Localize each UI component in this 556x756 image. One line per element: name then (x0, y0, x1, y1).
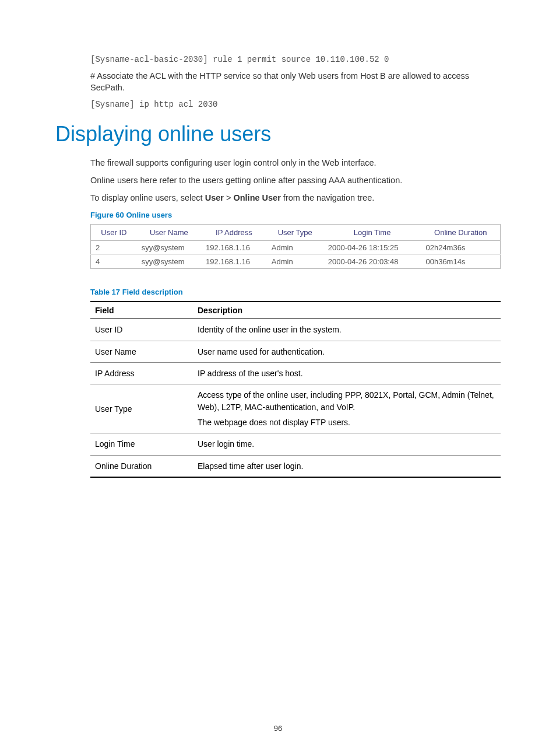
paragraph-associate: # Associate the ACL with the HTTP servic… (90, 70, 501, 94)
table-row: IP Address IP address of the user's host… (90, 363, 501, 384)
section-heading: Displaying online users (55, 122, 501, 146)
col-user-id: User ID (91, 225, 137, 241)
col-login-time: Login Time (323, 225, 421, 241)
figure-caption: Figure 60 Online users (90, 211, 501, 219)
cell-user-type: Admin (267, 241, 323, 255)
paragraph-2: Online users here refer to the users get… (90, 174, 501, 186)
cell-login-time: 2000-04-26 18:15:25 (323, 241, 421, 255)
cell-ip-address: 192.168.1.16 (201, 255, 267, 269)
cell-description: Elapsed time after user login. (193, 455, 501, 477)
col-field: Field (90, 302, 193, 319)
cell-description: User login time. (193, 433, 501, 455)
p3-post: from the navigation tree. (281, 193, 374, 202)
table-row: 4 syy@system 192.168.1.16 Admin 2000-04-… (91, 255, 501, 269)
cell-description: Access type of the online user, includin… (193, 384, 501, 433)
table-row: User ID Identity of the online user in t… (90, 319, 501, 341)
cell-user-name: syy@system (137, 255, 201, 269)
cell-user-type: Admin (267, 255, 323, 269)
col-online-duration: Online Duration (421, 225, 500, 241)
code-line-httpacl: [Sysname] ip http acl 2030 (90, 100, 501, 109)
field-description-table: Field Description User ID Identity of th… (90, 301, 501, 477)
page-number: 96 (0, 724, 556, 733)
cell-description: Identity of the online user in the syste… (193, 319, 501, 341)
col-user-name: User Name (137, 225, 201, 241)
cell-desc-note: The webpage does not display FTP users. (198, 416, 496, 428)
table-row: User Type Access type of the online user… (90, 384, 501, 433)
breadcrumb-user: User (205, 193, 224, 202)
cell-field: User Type (90, 384, 193, 433)
table-row: Online Duration Elapsed time after user … (90, 455, 501, 477)
cell-field: IP Address (90, 363, 193, 384)
cell-user-id: 2 (91, 241, 137, 255)
cell-field: User ID (90, 319, 193, 341)
table-row: 2 syy@system 192.168.1.16 Admin 2000-04-… (91, 241, 501, 255)
cell-login-time: 2000-04-26 20:03:48 (323, 255, 421, 269)
cell-online-duration: 02h24m36s (421, 241, 500, 255)
cell-desc-main: Access type of the online user, includin… (198, 390, 494, 411)
cell-online-duration: 00h36m14s (421, 255, 500, 269)
online-users-table: User ID User Name IP Address User Type L… (90, 224, 501, 269)
col-ip-address: IP Address (201, 225, 267, 241)
breadcrumb-online-user: Online User (233, 193, 280, 202)
cell-field: User Name (90, 341, 193, 362)
cell-ip-address: 192.168.1.16 (201, 241, 267, 255)
cell-user-name: syy@system (137, 241, 201, 255)
p3-gt: > (224, 193, 234, 202)
col-user-type: User Type (267, 225, 323, 241)
table-header-row: Field Description (90, 302, 501, 319)
p3-pre: To display online users, select (90, 193, 205, 202)
cell-description: IP address of the user's host. (193, 363, 501, 384)
table-caption: Table 17 Field description (90, 288, 501, 296)
table-row: User Name User name used for authenticat… (90, 341, 501, 362)
cell-user-id: 4 (91, 255, 137, 269)
paragraph-1: The firewall supports configuring user l… (90, 157, 501, 169)
col-description: Description (193, 302, 501, 319)
table-header-row: User ID User Name IP Address User Type L… (91, 225, 501, 241)
cell-field: Online Duration (90, 455, 193, 477)
table-row: Login Time User login time. (90, 433, 501, 455)
cell-field: Login Time (90, 433, 193, 455)
paragraph-3: To display online users, select User > O… (90, 192, 501, 204)
code-line-rule: [Sysname-acl-basic-2030] rule 1 permit s… (90, 55, 501, 64)
cell-description: User name used for authentication. (193, 341, 501, 362)
